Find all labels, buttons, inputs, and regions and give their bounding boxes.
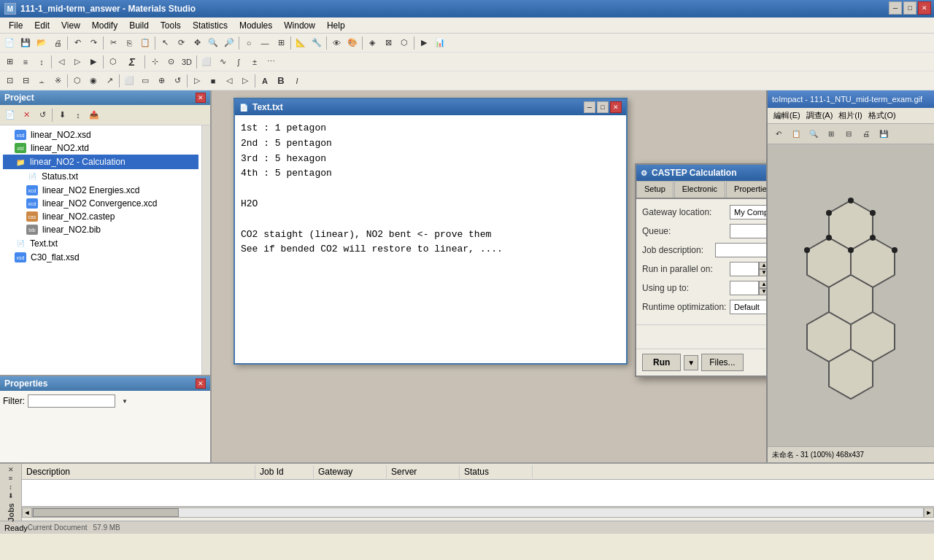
files-button[interactable]: Files... xyxy=(701,354,743,371)
tb3-play2[interactable]: ▷ xyxy=(189,73,205,89)
tree-item-xsd1[interactable]: xsd linear_NO2.xsd xyxy=(3,128,198,141)
far-right-menu-3[interactable]: 相片(I) xyxy=(835,110,865,121)
tb-display[interactable]: 👁 xyxy=(328,35,344,51)
parallel-up-btn[interactable]: ▲ xyxy=(759,262,766,269)
jobs-icon2[interactable]: ↕ xyxy=(3,483,19,491)
text-maximize-btn[interactable]: □ xyxy=(597,101,609,113)
menu-view[interactable]: View xyxy=(55,19,86,32)
tree-item-calc[interactable]: 📁 linear_NO2 - Calculation xyxy=(3,155,198,169)
text-minimize-btn[interactable]: ─ xyxy=(584,101,595,113)
menu-help[interactable]: Help xyxy=(321,19,351,32)
tb-analysis[interactable]: 📊 xyxy=(432,35,448,51)
tb-color[interactable]: 🎨 xyxy=(344,35,360,51)
job-desc-input[interactable] xyxy=(715,243,766,257)
proj-sort[interactable]: ↕ xyxy=(70,107,86,123)
proj-import[interactable]: ⬇ xyxy=(54,107,70,123)
minimize-button[interactable]: ─ xyxy=(889,1,902,15)
far-tb2[interactable]: 📋 xyxy=(788,126,804,142)
tb3-arrow[interactable]: ↗ xyxy=(101,73,117,89)
project-close-button[interactable]: ✕ xyxy=(196,93,206,103)
tree-item-castep[interactable]: cas linear_NO2.castep xyxy=(3,210,198,223)
tb-copy[interactable]: ⎘ xyxy=(121,35,137,51)
tb2-prev[interactable]: ◁ xyxy=(53,54,69,70)
tb2-next[interactable]: ▷ xyxy=(69,54,85,70)
properties-close-button[interactable]: ✕ xyxy=(196,378,206,389)
tb2-pick[interactable]: ⊹ xyxy=(147,54,163,70)
tb-surface[interactable]: ⬡ xyxy=(396,35,412,51)
parallel-value-input[interactable]: 1 xyxy=(730,262,759,276)
run-arrow-btn[interactable]: ▼ xyxy=(684,355,698,370)
far-tb3[interactable]: 🔍 xyxy=(806,126,822,142)
tb-new[interactable]: 📄 xyxy=(1,35,18,51)
menu-file[interactable]: File xyxy=(3,19,28,32)
tb2-charge[interactable]: ± xyxy=(247,54,263,70)
tree-item-c30[interactable]: xsd C30_flat.xsd xyxy=(3,251,198,264)
tree-item-xtd[interactable]: xtd linear_NO2.xtd xyxy=(3,141,198,155)
tb-symmetry[interactable]: ◈ xyxy=(364,35,380,51)
tb-measure[interactable]: 📐 xyxy=(293,35,309,51)
tb-trajectory[interactable]: ▶ xyxy=(416,35,432,51)
tree-item-convergence[interactable]: xcd linear_NO2 Convergence.xcd xyxy=(3,197,198,210)
tb-bond[interactable]: — xyxy=(257,35,273,51)
proj-delete[interactable]: ✕ xyxy=(18,107,34,123)
tb-cut[interactable]: ✂ xyxy=(105,35,121,51)
jobs-icon1[interactable]: ≡ xyxy=(3,474,19,483)
run-button[interactable]: Run xyxy=(642,354,681,371)
filter-input[interactable] xyxy=(28,394,115,408)
tb2-scatter[interactable]: ⋯ xyxy=(263,54,279,70)
tree-scrollbar[interactable] xyxy=(201,125,210,375)
scroll-right-btn[interactable]: ► xyxy=(924,508,934,518)
gateway-location-select[interactable]: My Computer xyxy=(730,205,766,219)
tb-tools2[interactable]: 🔧 xyxy=(309,35,325,51)
tree-item-bib[interactable]: bib linear_NO2.bib xyxy=(3,223,198,236)
tb-print[interactable]: 🖨 xyxy=(50,35,66,51)
tb-open[interactable]: 📂 xyxy=(34,35,50,51)
tb2-sort[interactable]: ↕ xyxy=(34,54,50,70)
far-tb5[interactable]: ⊟ xyxy=(841,126,857,142)
tb3-textitalic[interactable]: I xyxy=(289,73,305,89)
far-tb1[interactable]: ↶ xyxy=(771,126,787,142)
close-button[interactable]: ✕ xyxy=(918,1,931,15)
far-tb7[interactable]: 💾 xyxy=(876,126,892,142)
tb-translate[interactable]: ✥ xyxy=(189,35,205,51)
far-tb6[interactable]: 🖨 xyxy=(858,126,874,142)
proj-refresh[interactable]: ↺ xyxy=(34,107,50,123)
proj-export[interactable]: 📤 xyxy=(86,107,102,123)
tb3-sphere[interactable]: ◉ xyxy=(85,73,101,89)
tb3-prev2[interactable]: ◁ xyxy=(221,73,237,89)
tb3-wrap[interactable]: ↺ xyxy=(169,73,185,89)
menu-modify[interactable]: Modify xyxy=(86,19,123,32)
scroll-thumb[interactable] xyxy=(33,508,179,517)
menu-modules[interactable]: Modules xyxy=(234,19,278,32)
tb2-dos[interactable]: ∫ xyxy=(231,54,247,70)
maximize-button[interactable]: □ xyxy=(903,1,916,15)
scroll-left-btn[interactable]: ◄ xyxy=(22,508,32,518)
tb-redo[interactable]: ↷ xyxy=(85,35,101,51)
scroll-track[interactable] xyxy=(32,508,924,518)
text-close-btn[interactable]: ✕ xyxy=(610,101,622,113)
menu-window[interactable]: Window xyxy=(278,19,321,32)
tb3-cell[interactable]: ⊡ xyxy=(1,73,18,89)
tb2-layers[interactable]: ≡ xyxy=(18,54,34,70)
tree-item-energies[interactable]: xcd linear_NO2 Energies.xcd xyxy=(3,184,198,197)
tb-rotate[interactable]: ⟳ xyxy=(173,35,189,51)
far-right-menu-1[interactable]: 編輯(E) xyxy=(771,110,803,121)
tb3-next2[interactable]: ▷ xyxy=(237,73,253,89)
tb-zoom-out[interactable]: 🔎 xyxy=(221,35,237,51)
tb3-stop[interactable]: ■ xyxy=(205,73,221,89)
runtime-opt-select[interactable]: Default xyxy=(730,300,766,314)
tree-item-text[interactable]: 📄 Text.txt xyxy=(3,236,198,251)
text-window-content[interactable]: 1st : 1 petagon2nd : 5 pentagon3rd : 5 h… xyxy=(235,115,626,363)
tb-select[interactable]: ↖ xyxy=(157,35,173,51)
threads-down-btn[interactable]: ▼ xyxy=(759,288,766,295)
tb2-formula[interactable]: Σ xyxy=(121,54,143,70)
far-tb4[interactable]: ⊞ xyxy=(823,126,839,142)
tb-undo[interactable]: ↶ xyxy=(69,35,85,51)
jobs-icon3[interactable]: ⬇ xyxy=(3,491,19,500)
castep-tab-setup[interactable]: Setup xyxy=(636,181,674,198)
tb3-mirror[interactable]: ⫠ xyxy=(34,73,50,89)
menu-edit[interactable]: Edit xyxy=(28,19,55,32)
tb3-hex[interactable]: ⬡ xyxy=(69,73,85,89)
tb3-textbold[interactable]: B xyxy=(273,73,289,89)
tb3-plane[interactable]: ▭ xyxy=(137,73,153,89)
